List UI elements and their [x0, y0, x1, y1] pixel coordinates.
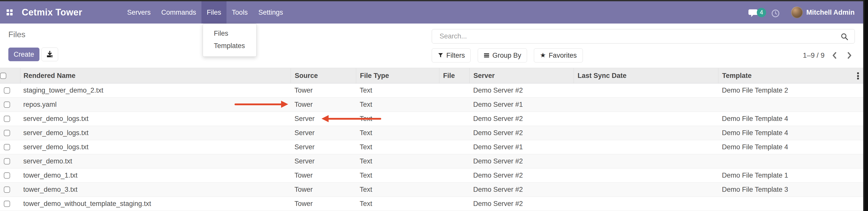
- cell-last-sync-date: [574, 169, 718, 182]
- cell-source: Server: [291, 140, 356, 154]
- export-button[interactable]: [41, 48, 58, 61]
- apps-grid-icon[interactable]: [7, 9, 13, 16]
- table-row[interactable]: server_demo_logs.txt Server Text Demo Se…: [0, 140, 863, 154]
- cell-file-type: Text: [356, 98, 439, 112]
- cell-file-type: Text: [356, 126, 439, 140]
- apps-grid-square: [7, 9, 9, 12]
- table-row[interactable]: tower_demo_without_template_staging.txt …: [0, 197, 863, 211]
- menu-item-servers[interactable]: Servers: [122, 1, 156, 24]
- row-checkbox[interactable]: [4, 186, 10, 193]
- cell-server: Demo Server #2: [469, 154, 574, 168]
- row-checkbox[interactable]: [4, 101, 10, 108]
- row-checkbox[interactable]: [4, 130, 10, 136]
- cell-file: [439, 154, 469, 168]
- cell-file: [439, 98, 469, 112]
- row-checkbox[interactable]: [4, 116, 10, 122]
- messages-count-badge[interactable]: 4: [757, 8, 766, 17]
- favorites-button[interactable]: ★ Favorites: [534, 48, 583, 62]
- menu-item-settings[interactable]: Settings: [253, 1, 288, 24]
- user-avatar[interactable]: [791, 7, 803, 18]
- row-checkbox[interactable]: [4, 201, 10, 207]
- cell-template: [718, 98, 863, 112]
- table-row[interactable]: server_demo_logs.txt Server Text Demo Se…: [0, 112, 863, 126]
- cell-source: Server: [291, 126, 356, 140]
- cell-server: Demo Server #2: [469, 169, 574, 182]
- search-input[interactable]: [432, 29, 855, 43]
- search-bar: [432, 29, 855, 43]
- search-icon[interactable]: [840, 33, 848, 41]
- cell-template: [718, 154, 863, 168]
- table-row[interactable]: repos.yaml Tower Text Demo Server #1: [0, 98, 863, 112]
- table-header-row: Rendered Name Source File Type File Serv…: [0, 68, 863, 84]
- app-brand[interactable]: Cetmix Tower: [22, 1, 82, 24]
- pager-next-icon[interactable]: [845, 51, 853, 59]
- row-checkbox[interactable]: [4, 144, 10, 150]
- column-header-last-sync-date[interactable]: Last Sync Date: [574, 68, 718, 83]
- download-icon: [46, 51, 54, 58]
- column-header-file[interactable]: File: [439, 68, 469, 83]
- row-checkbox[interactable]: [4, 87, 10, 94]
- navbar: Cetmix Tower Servers Commands Files Tool…: [0, 1, 863, 24]
- cell-server: Demo Server #1: [469, 140, 574, 154]
- group-by-button[interactable]: Group By: [478, 48, 527, 62]
- menu-item-tools[interactable]: Tools: [226, 1, 253, 24]
- column-header-source[interactable]: Source: [291, 68, 356, 83]
- cell-template: Demo File Template 1: [718, 169, 863, 182]
- cell-source: Tower: [291, 84, 356, 97]
- cell-file-type: Text: [356, 84, 439, 97]
- cell-file: [439, 112, 469, 126]
- favorites-label: Favorites: [549, 52, 577, 59]
- menu-item-files[interactable]: Files: [202, 1, 226, 24]
- cell-rendered-name: server_demo_logs.txt: [20, 112, 291, 126]
- optional-columns-toggle-icon[interactable]: [857, 72, 860, 80]
- menu-item-commands[interactable]: Commands: [156, 1, 202, 24]
- cell-template: Demo File Template 2: [718, 84, 863, 97]
- create-button[interactable]: Create: [8, 48, 39, 61]
- cell-source: Tower: [291, 183, 356, 197]
- cell-file: [439, 126, 469, 140]
- cell-rendered-name: tower_demo_without_template_staging.txt: [20, 197, 291, 211]
- cell-last-sync-date: [574, 140, 718, 154]
- apps-grid-square: [10, 9, 13, 12]
- cell-file: [439, 140, 469, 154]
- table-row[interactable]: tower_demo_3.txt Tower Text Demo Server …: [0, 183, 863, 197]
- select-all-checkbox[interactable]: [0, 72, 6, 79]
- cell-file: [439, 84, 469, 97]
- table-row[interactable]: staging_tower_demo_2.txt Tower Text Demo…: [0, 84, 863, 98]
- cell-file-type: Text: [356, 140, 439, 154]
- cell-server: Demo Server #1: [469, 98, 574, 112]
- files-list-table: Rendered Name Source File Type File Serv…: [0, 68, 863, 211]
- cell-server: Demo Server #2: [469, 84, 574, 97]
- cell-file-type: Text: [356, 169, 439, 182]
- activities-clock-icon[interactable]: [771, 9, 780, 18]
- cell-template: Demo File Template 3: [718, 183, 863, 197]
- cell-file: [439, 169, 469, 182]
- cell-source: Tower: [291, 169, 356, 182]
- column-header-rendered-name[interactable]: Rendered Name: [20, 68, 291, 83]
- apps-grid-square: [10, 13, 13, 16]
- dropdown-item-templates[interactable]: Templates: [203, 40, 256, 52]
- row-checkbox[interactable]: [4, 172, 10, 179]
- dropdown-item-files[interactable]: Files: [203, 27, 256, 40]
- table-row[interactable]: tower_demo_1.txt Tower Text Demo Server …: [0, 169, 863, 183]
- table-row[interactable]: server_demo_logs.txt Server Text Demo Se…: [0, 126, 863, 140]
- user-menu[interactable]: Mitchell Admin: [806, 1, 855, 24]
- cell-last-sync-date: [574, 154, 718, 168]
- cell-server: Demo Server #2: [469, 197, 574, 211]
- cell-rendered-name: server_demo.txt: [20, 154, 291, 168]
- cell-file-type: Text: [356, 183, 439, 197]
- table-row[interactable]: server_demo.txt Server Text Demo Server …: [0, 154, 863, 169]
- cell-file-type: Text: [356, 154, 439, 168]
- star-icon: ★: [540, 52, 546, 58]
- column-header-file-type[interactable]: File Type: [356, 68, 439, 83]
- page-title: Files: [8, 30, 26, 39]
- pager-previous-icon[interactable]: [831, 51, 839, 59]
- column-header-server[interactable]: Server: [469, 68, 574, 83]
- column-header-template[interactable]: Template: [718, 68, 863, 83]
- cell-source: Server: [291, 154, 356, 168]
- filters-button[interactable]: Filters: [432, 48, 471, 62]
- cell-last-sync-date: [574, 84, 718, 97]
- cell-template: [718, 197, 863, 211]
- cell-file-type: Text: [356, 197, 439, 211]
- row-checkbox[interactable]: [4, 158, 10, 164]
